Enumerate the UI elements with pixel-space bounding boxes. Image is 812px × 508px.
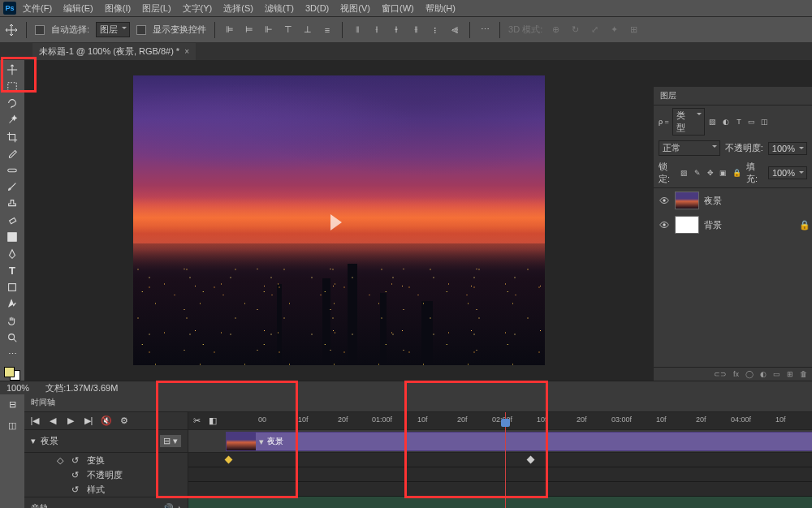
canvas-area[interactable] — [24, 60, 654, 381]
menu-window[interactable]: 窗口(W) — [377, 1, 419, 16]
zoom-level[interactable]: 100% — [6, 383, 29, 393]
track-header[interactable]: ▾ 夜景 ⊟ ▾ — [24, 430, 188, 453]
menu-layer[interactable]: 图层(L) — [137, 1, 175, 16]
heal-tool[interactable] — [3, 163, 21, 177]
layers-panel-title[interactable]: 图层 — [654, 87, 812, 105]
more-tools[interactable]: ⋯ — [3, 347, 21, 361]
collapse-icon[interactable]: ⊟ — [3, 396, 21, 412]
trash-icon[interactable]: 🗑 — [800, 370, 807, 378]
settings-button[interactable]: ⚙ — [119, 415, 130, 427]
menu-text[interactable]: 文字(Y) — [178, 1, 218, 16]
dist-icon[interactable]: ⫷ — [448, 24, 461, 37]
scissors-icon[interactable]: ✂ — [193, 415, 201, 426]
move-tool[interactable] — [3, 63, 21, 77]
panel-prop-icon[interactable]: ◫ — [3, 417, 21, 433]
menu-image[interactable]: 图像(I) — [100, 1, 136, 16]
filter-shape-icon[interactable]: ▭ — [747, 117, 757, 127]
align-icon[interactable]: ⊫ — [223, 24, 236, 37]
fx-icon[interactable]: fx — [733, 370, 739, 378]
path-tool[interactable] — [3, 297, 21, 311]
lock-nest-icon[interactable]: ▣ — [719, 168, 728, 178]
brush-tool[interactable] — [3, 180, 21, 194]
dist-icon[interactable]: ⫴ — [351, 24, 364, 37]
play-button[interactable]: ▶ — [65, 415, 76, 427]
video-clip[interactable]: ▾ 夜景 — [226, 432, 812, 451]
new-layer-icon[interactable]: ⊞ — [787, 370, 793, 378]
mute-button[interactable]: 🔇 — [101, 415, 112, 427]
layer-row[interactable]: 夜景 — [654, 188, 812, 213]
document-tab[interactable]: 未标题-1 @ 100% (夜景, RGB/8#) * × — [32, 43, 196, 60]
zoom-tool[interactable] — [3, 330, 21, 344]
shape-tool[interactable] — [3, 281, 21, 295]
filter-adjust-icon[interactable]: ◐ — [721, 117, 731, 127]
opacity-prop[interactable]: 不透明度 — [87, 469, 123, 481]
audio-icon[interactable]: 🔊 ♪ — [162, 503, 181, 509]
menu-help[interactable]: 帮助(H) — [421, 1, 460, 16]
menu-select[interactable]: 选择(S) — [218, 1, 258, 16]
marquee-tool[interactable] — [3, 80, 21, 94]
align-icon[interactable]: ⊨ — [243, 24, 256, 37]
adjust-icon[interactable]: ◐ — [760, 370, 767, 378]
track-opts-icon[interactable]: ⊟ ▾ — [160, 435, 181, 447]
dist-icon[interactable]: ⫲ — [370, 24, 383, 37]
dist-icon[interactable]: ⫵ — [409, 24, 422, 37]
menu-view[interactable]: 视图(V) — [335, 1, 375, 16]
layer-row[interactable]: 背景 🔒 — [654, 213, 812, 237]
filter-pixel-icon[interactable]: ▧ — [708, 117, 718, 127]
visibility-icon[interactable] — [659, 195, 670, 206]
mask-icon[interactable]: ◯ — [745, 370, 754, 378]
lasso-tool[interactable] — [3, 97, 21, 110]
align-icon[interactable]: ⊥ — [301, 24, 314, 37]
timeline-tracks[interactable]: ✂ ◧ 00 10f 20f 01:00f 10f 20f 02:00f 10f… — [188, 412, 812, 508]
eraser-tool[interactable] — [3, 213, 21, 227]
opacity-value[interactable]: 100% — [768, 142, 807, 155]
filter-smart-icon[interactable]: ◫ — [760, 117, 770, 127]
gradient-tool[interactable] — [3, 230, 21, 244]
prev-frame-button[interactable]: ◀ — [47, 415, 58, 427]
next-frame-button[interactable]: ▶| — [83, 415, 94, 427]
type-tool[interactable]: T — [3, 264, 21, 278]
more-icon[interactable]: ⋯ — [478, 24, 491, 37]
doc-size[interactable]: 文档:1.37M/3.69M — [45, 382, 118, 394]
show-transform-checkbox[interactable] — [136, 25, 146, 35]
lock-pixels-icon[interactable]: ▨ — [680, 168, 689, 178]
align-icon[interactable]: ⊩ — [262, 24, 275, 37]
lock-all-icon[interactable]: 🔒 — [732, 168, 741, 178]
align-icon[interactable]: ⊤ — [282, 24, 295, 37]
hand-tool[interactable] — [3, 314, 21, 328]
svg-point-6 — [663, 199, 666, 202]
close-tab-icon[interactable]: × — [184, 47, 189, 56]
dist-icon[interactable]: ⫳ — [390, 24, 403, 37]
menu-3d[interactable]: 3D(D) — [300, 2, 334, 15]
menu-edit[interactable]: 编辑(E) — [58, 1, 98, 16]
crop-tool[interactable] — [3, 130, 21, 144]
lock-brush-icon[interactable]: ✎ — [693, 168, 702, 178]
align-icon[interactable]: ≡ — [321, 24, 334, 37]
layer-filter-type[interactable]: 类型 — [672, 108, 705, 136]
auto-select-checkbox[interactable] — [35, 25, 45, 35]
fill-value[interactable]: 100% — [768, 166, 807, 179]
eyedrop-tool[interactable] — [3, 147, 21, 161]
wand-tool[interactable] — [3, 114, 21, 127]
time-ruler[interactable]: 00 10f 20f 01:00f 10f 20f 02:00f 10f 20f… — [221, 412, 812, 430]
stamp-tool[interactable] — [3, 197, 21, 211]
transition-icon[interactable]: ◧ — [209, 415, 217, 426]
expand-icon[interactable]: ▾ — [31, 436, 36, 446]
transform-prop[interactable]: 变换 — [87, 454, 105, 467]
menu-file[interactable]: 文件(F) — [18, 1, 57, 16]
color-swatches[interactable] — [4, 367, 20, 381]
visibility-icon[interactable] — [659, 219, 670, 230]
filter-type-icon[interactable]: T — [734, 117, 744, 127]
auto-select-target[interactable]: 图层 — [96, 22, 130, 37]
dist-icon[interactable]: ⫶ — [429, 24, 442, 37]
style-prop[interactable]: 样式 — [87, 484, 105, 496]
pen-tool[interactable] — [3, 247, 21, 260]
3d-icon: ⊕ — [549, 24, 562, 37]
goto-start-button[interactable]: |◀ — [29, 415, 41, 427]
playhead[interactable] — [505, 412, 506, 508]
link-icon[interactable]: ⊂⊃ — [714, 370, 727, 378]
lock-pos-icon[interactable]: ✥ — [706, 168, 715, 178]
menu-filter[interactable]: 滤镜(T) — [260, 1, 299, 16]
blend-mode[interactable]: 正常 — [659, 140, 720, 156]
group-icon[interactable]: ▭ — [773, 370, 780, 378]
